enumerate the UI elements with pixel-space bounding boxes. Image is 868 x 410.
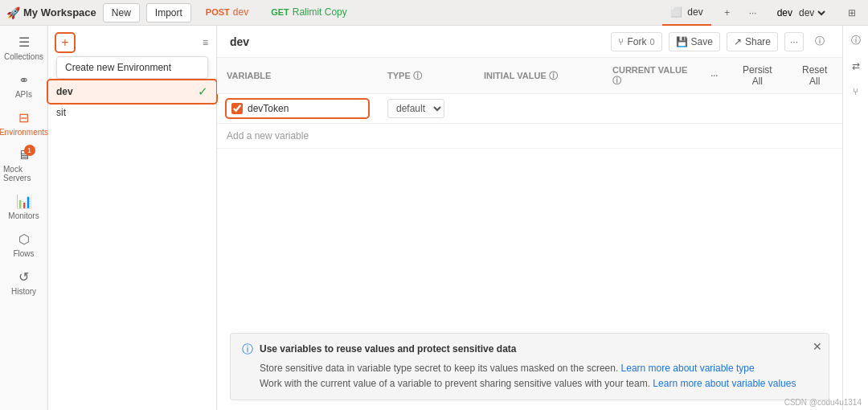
top-right-dev: dev dev: [769, 0, 836, 26]
sidebar-item-apis[interactable]: ⚭ APIs: [0, 68, 47, 104]
flows-icon: ⬡: [18, 232, 30, 247]
variable-table-container: VARIABLE TYPE ⓘ INITIAL VALUE ⓘ CURRENT …: [217, 58, 842, 323]
dev-env-select[interactable]: dev: [796, 6, 828, 19]
add-variable-row[interactable]: Add a new variable: [217, 124, 842, 149]
col-header-persist[interactable]: Persist All: [727, 58, 787, 94]
sidebar-item-flows[interactable]: ⬡ Flows: [0, 227, 47, 263]
watermark: CSDN @codu4u1314: [784, 398, 862, 407]
sidebar-item-history[interactable]: ↺ History: [0, 264, 47, 301]
content-area: dev ⑂ Fork 0 💾 Save ↗ Share ··· ⓘ: [217, 26, 842, 410]
sidebar-item-monitors[interactable]: 📊 Monitors: [0, 189, 47, 225]
workspace-title: 🚀 My Workspace: [6, 6, 96, 19]
var-initial-cell: [474, 94, 603, 124]
grid-icon: ⊞: [848, 7, 856, 18]
tab-dev-icon: ⬜: [670, 6, 682, 18]
col-header-variable: VARIABLE: [217, 58, 378, 94]
banner-text: Use variables to reuse values and protec…: [260, 342, 796, 392]
mock-servers-label: Mock Servers: [3, 165, 44, 182]
sidebar-item-mock-servers[interactable]: 🖥 1 Mock Servers: [0, 143, 47, 187]
info-banner: ⓘ Use variables to reuse values and prot…: [230, 333, 829, 400]
col-header-initial: INITIAL VALUE ⓘ: [474, 58, 603, 94]
env-item-sit[interactable]: sit: [48, 103, 216, 122]
more-actions-button[interactable]: ···: [784, 32, 804, 51]
banner-link2[interactable]: Learn more about variable values: [653, 378, 796, 389]
persist-all-button[interactable]: Persist All: [737, 64, 777, 87]
workspace-icon: 🚀: [6, 6, 20, 19]
banner-line2: Work with the current value of a variabl…: [260, 376, 796, 392]
reset-all-button[interactable]: Reset All: [796, 64, 833, 87]
tab-get-method: GET: [271, 7, 289, 17]
history-label: History: [11, 287, 36, 296]
flows-label: Flows: [13, 249, 34, 258]
tab-dev-active[interactable]: ⬜ dev: [662, 0, 710, 26]
workspace-name: My Workspace: [23, 6, 96, 18]
top-bar: 🚀 My Workspace New Import POST dev GET R…: [0, 0, 868, 26]
banner-info-icon: ⓘ: [242, 342, 253, 392]
apis-label: APIs: [15, 90, 32, 99]
save-icon: 💾: [676, 36, 688, 47]
tab-post-method: POST: [206, 7, 230, 17]
var-current-cell: [603, 94, 701, 124]
col-header-reset[interactable]: Reset All: [787, 58, 842, 94]
env-name-sit: sit: [56, 107, 66, 118]
add-tab-button[interactable]: +: [718, 3, 737, 23]
var-persist-cell: [727, 94, 787, 124]
env-name-dev: dev: [56, 86, 73, 97]
tab-post-name: dev: [233, 6, 248, 18]
var-more-cell: [701, 94, 727, 124]
sidebar: ☰ Collections ⚭ APIs ⊟ Environments 🖥 1 …: [0, 26, 48, 410]
grid-icon-button[interactable]: ⊞: [842, 3, 862, 23]
apis-icon: ⚭: [18, 72, 29, 88]
right-icon-info[interactable]: ⓘ: [846, 31, 866, 50]
sidebar-item-environments[interactable]: ⊟ Environments: [0, 105, 47, 141]
environments-label: Environments: [0, 128, 48, 137]
env-panel: + ≡ Create new Environment dev ✓ sit: [48, 26, 217, 410]
fork-count: 0: [649, 37, 654, 47]
new-button[interactable]: New: [103, 3, 140, 23]
variable-table: VARIABLE TYPE ⓘ INITIAL VALUE ⓘ CURRENT …: [217, 58, 842, 149]
more-tabs-button[interactable]: ···: [743, 3, 763, 23]
fork-label: Fork: [627, 36, 646, 47]
share-icon: ↗: [734, 36, 742, 47]
tab-post-dev[interactable]: POST dev: [198, 0, 256, 26]
var-type-select[interactable]: default secret: [387, 99, 444, 118]
var-checkbox[interactable]: [231, 103, 243, 114]
sidebar-item-collections[interactable]: ☰ Collections: [0, 30, 47, 66]
banner-close-button[interactable]: ✕: [813, 340, 822, 353]
dev-label: dev: [777, 7, 792, 18]
history-icon: ↺: [18, 269, 29, 285]
info-button[interactable]: ⓘ: [810, 32, 829, 51]
save-button[interactable]: 💾 Save: [669, 32, 720, 51]
add-env-button[interactable]: +: [56, 34, 74, 51]
fork-button[interactable]: ⑂ Fork 0: [611, 32, 661, 51]
env-item-dev[interactable]: dev ✓: [48, 80, 216, 103]
env-filter-icon[interactable]: ≡: [203, 37, 208, 48]
environments-icon: ⊟: [18, 110, 29, 125]
main-area: ☰ Collections ⚭ APIs ⊟ Environments 🖥 1 …: [0, 26, 868, 410]
right-icon-connections[interactable]: ⇄: [846, 56, 866, 76]
content-header: dev ⑂ Fork 0 💾 Save ↗ Share ··· ⓘ: [217, 26, 842, 58]
create-env-tooltip[interactable]: Create new Environment: [56, 56, 208, 79]
mock-servers-badge: 1: [24, 145, 35, 156]
env-content-title: dev: [230, 35, 249, 48]
table-row: default secret: [217, 94, 842, 124]
add-var-label[interactable]: Add a new variable: [217, 124, 842, 149]
monitors-label: Monitors: [8, 211, 39, 220]
var-type-cell: default secret: [378, 94, 474, 124]
col-header-type: TYPE ⓘ: [378, 58, 474, 94]
share-button[interactable]: ↗ Share: [727, 32, 778, 51]
env-panel-header: + ≡: [48, 31, 216, 55]
import-button[interactable]: Import: [146, 3, 191, 23]
var-name-input[interactable]: [248, 103, 344, 114]
collections-label: Collections: [4, 52, 43, 61]
col-header-current: CURRENT VALUE ⓘ: [603, 58, 701, 94]
banner-line1: Store sensitive data in variable type se…: [260, 361, 796, 376]
right-panel-icons: ⓘ ⇄ ⑂: [842, 26, 868, 410]
content-actions: ⑂ Fork 0 💾 Save ↗ Share ··· ⓘ: [611, 32, 829, 51]
tab-get-ralimit[interactable]: GET Ralimit Copy: [263, 0, 355, 26]
var-name-cell: [217, 94, 378, 124]
env-active-check: ✓: [198, 84, 208, 99]
fork-icon: ⑂: [618, 36, 624, 47]
right-icon-git[interactable]: ⑂: [846, 82, 866, 101]
banner-link1[interactable]: Learn more about variable type: [621, 363, 755, 374]
